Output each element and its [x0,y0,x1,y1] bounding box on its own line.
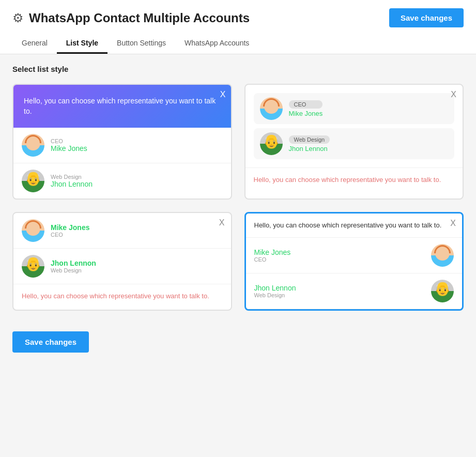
card4-info-mike: Mike Jones CEO [254,248,291,263]
style-card-1[interactable]: X Hello, you can choose which representa… [12,84,232,200]
avatar-jhon-3: 👴 [22,255,44,278]
card3-message: Hello, you can choose which representati… [13,284,231,308]
contact-info-jhon-2: Web Design Jhon Lennon [289,135,330,153]
card1-header: X Hello, you can choose which representa… [13,85,231,128]
contact-role-jhon-1: Web Design [51,174,93,180]
close-icon-1[interactable]: X [220,89,226,100]
page-header: ⚙ WhatsApp Contact Multiple Accounts Sav… [0,0,476,54]
card1-contact-list: CEO Mike Jones 👴 Web Design Jhon Lennon [13,128,231,199]
card4-role-mike: CEO [254,256,291,263]
contact-info-jhon-3: Jhon Lennon Web Design [51,259,96,273]
tab-whatsapp-accounts[interactable]: WhatsApp Accounts [175,34,258,54]
avatar-mike-3 [22,219,44,242]
main-content: Select list style X Hello, you can choos… [0,54,476,321]
close-icon-4[interactable]: X [450,219,456,228]
style-card-4[interactable]: X Hello, you can choose which representa… [244,212,464,311]
contact-name-mike-1: Mike Jones [51,144,87,153]
card2-contacts: CEO Mike Jones 👴 Web Design Jhon Lennon [245,85,463,167]
tabs-nav: General List Style Button Settings Whats… [12,34,464,54]
card4-role-jhon: Web Design [254,292,296,298]
card4-contact-mike[interactable]: Mike Jones CEO [246,238,463,273]
style-card-2[interactable]: X CEO Mike Jones 👴 [244,84,464,200]
contact-name-mike-3: Mike Jones [51,223,89,232]
role-badge-mike-2: CEO [289,100,323,109]
card3-contact-jhon[interactable]: 👴 Jhon Lennon Web Design [13,249,231,284]
contact-name-mike-2: Mike Jones [289,110,323,117]
card2-contact-jhon[interactable]: 👴 Web Design Jhon Lennon [254,128,455,159]
card4-name-mike: Mike Jones [254,248,291,256]
gear-icon: ⚙ [12,11,24,25]
card3-contact-mike[interactable]: Mike Jones CEO [13,213,231,249]
style-grid: X Hello, you can choose which representa… [12,84,464,311]
contact-name-jhon-1: Jhon Lennon [51,180,93,188]
card2-contact-mike[interactable]: CEO Mike Jones [254,93,455,124]
avatar-mike-1 [22,134,44,157]
contact-name-jhon-3: Jhon Lennon [51,259,96,267]
contact-info-mike-1: CEO Mike Jones [51,138,87,153]
card1-contact-mike[interactable]: CEO Mike Jones [13,128,231,163]
avatar-jhon-1: 👴 [22,170,44,192]
page-title: WhatsApp Contact Multiple Accounts [29,11,250,25]
section-title: Select list style [12,65,464,73]
contact-role-mike-3: CEO [51,232,89,238]
contact-info-mike-3: Mike Jones CEO [51,223,89,238]
contact-info-jhon-1: Web Design Jhon Lennon [51,174,93,188]
avatar-jhon-4: 👴 [431,280,454,302]
avatar-jhon-2: 👴 [260,132,283,155]
tab-general[interactable]: General [12,34,57,54]
card1-contact-jhon[interactable]: 👴 Web Design Jhon Lennon [13,163,231,199]
style-card-3[interactable]: X Mike Jones CEO 👴 Jhon Lennon Web Desig… [12,212,232,311]
close-icon-2[interactable]: X [451,90,456,99]
card2-message: Hello, you can choose which representati… [245,167,463,192]
role-badge-jhon-2: Web Design [289,135,330,144]
tab-button-settings[interactable]: Button Settings [108,34,175,54]
contact-role-mike-1: CEO [51,138,87,144]
card4-message: Hello, you can choose which representati… [246,214,463,238]
title-left: ⚙ WhatsApp Contact Multiple Accounts [12,11,250,25]
contact-info-mike-2: CEO Mike Jones [289,100,323,117]
close-icon-3[interactable]: X [219,218,225,227]
save-changes-button-bottom[interactable]: Save changes [12,331,89,353]
title-row: ⚙ WhatsApp Contact Multiple Accounts Sav… [12,8,464,34]
contact-role-jhon-3: Web Design [51,267,96,273]
avatar-mike-4 [431,244,454,267]
avatar-mike-2 [260,97,283,120]
card4-info-jhon: Jhon Lennon Web Design [254,284,296,298]
card4-name-jhon: Jhon Lennon [254,284,296,292]
contact-name-jhon-2: Jhon Lennon [289,145,330,153]
card4-contact-jhon[interactable]: Jhon Lennon Web Design 👴 [246,273,463,309]
footer-actions: Save changes [0,321,476,365]
tab-list-style[interactable]: List Style [57,34,108,54]
card1-message: Hello, you can choose which representati… [24,97,216,115]
save-changes-button-top[interactable]: Save changes [389,8,464,27]
